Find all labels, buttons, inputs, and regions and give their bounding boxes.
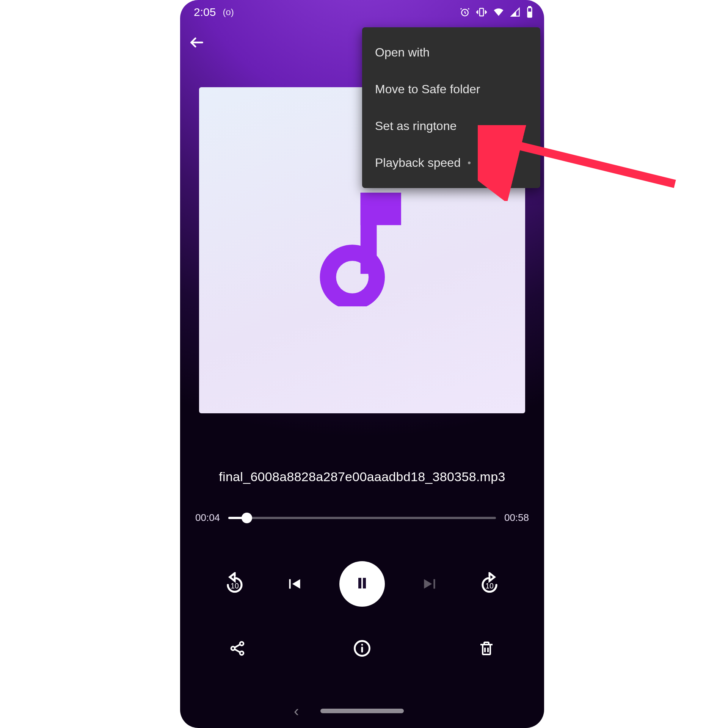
svg-rect-1 [480,8,483,16]
bottom-actions [226,637,499,661]
system-nav: ‹ [180,694,544,728]
menu-label: Move to Safe folder [375,82,480,96]
alarm-icon [459,6,471,18]
status-bar: 2:05 (o) [180,0,544,24]
menu-item-set-as-ringtone[interactable]: Set as ringtone [362,108,540,144]
pause-icon [353,574,371,594]
menu-label: Playback speed [375,156,461,170]
battery-icon [526,6,533,18]
svg-rect-3 [529,6,530,8]
overflow-menu: Open with Move to Safe folder Set as rin… [362,27,540,188]
menu-item-open-with[interactable]: Open with [362,34,540,71]
cast-icon: (o) [223,7,234,17]
canvas: 2:05 (o) [0,0,728,728]
menu-item-playback-speed[interactable]: Playback speed • 1.0x [362,144,540,181]
play-pause-button[interactable] [339,561,385,607]
info-icon [352,639,372,660]
menu-label: Set as ringtone [375,119,457,133]
home-indicator[interactable] [320,709,404,713]
svg-point-11 [240,642,244,646]
status-time: 2:05 [194,6,216,19]
svg-point-7 [328,253,377,302]
share-icon [228,639,247,659]
status-left: 2:05 (o) [194,6,234,19]
delete-button[interactable] [474,637,499,661]
svg-point-10 [231,646,235,650]
nav-back-icon[interactable]: ‹ [294,703,299,720]
signal-icon [510,7,521,17]
separator-dot: • [468,157,471,169]
seek-bar[interactable] [228,517,496,519]
progress-row: 00:04 00:58 [195,512,529,524]
next-button[interactable] [417,570,444,598]
vibrate-icon [476,6,487,18]
track-title: final_6008a8828a287e00aaadbd18_380358.mp… [180,469,544,484]
music-note-icon [313,193,411,308]
playback-speed-value: 1.0x [478,156,500,170]
menu-item-move-to-safe[interactable]: Move to Safe folder [362,71,540,108]
svg-point-12 [240,651,244,655]
total-time: 00:58 [504,512,529,524]
share-button[interactable] [226,637,250,661]
trash-icon [477,639,496,659]
menu-label: Open with [375,46,430,60]
status-right [459,6,533,18]
seek-thumb[interactable] [242,513,252,523]
phone-screen: 2:05 (o) [180,0,544,728]
elapsed-time: 00:04 [195,512,220,524]
playback-controls: 10 10 [180,561,544,607]
wifi-icon [493,6,505,18]
previous-button[interactable] [280,570,308,598]
info-button[interactable] [350,637,374,661]
svg-text:10: 10 [485,582,494,590]
svg-text:10: 10 [231,582,239,590]
svg-rect-4 [528,12,531,17]
forward-10-button[interactable]: 10 [476,570,503,598]
rewind-10-button[interactable]: 10 [221,570,248,598]
back-button[interactable] [188,33,206,52]
